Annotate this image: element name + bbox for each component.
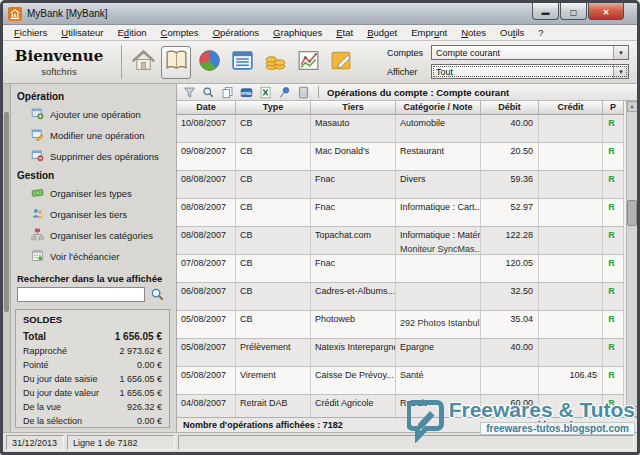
mybank-window: MyBank [MyBank] ▬ ▢ ✕ FichiersUtilisateu… bbox=[0, 0, 640, 455]
graph-button[interactable] bbox=[293, 46, 323, 79]
cell-type: CB bbox=[236, 171, 311, 199]
cell-tiers: Cadres-et-Albums... bbox=[311, 283, 396, 311]
column-header-credit[interactable]: Crédit bbox=[539, 101, 603, 114]
cell-tiers: Mac Donald's bbox=[311, 143, 396, 171]
menu-emprunt[interactable]: Emprunt bbox=[404, 27, 454, 38]
categorie-text: Automobile bbox=[400, 118, 445, 128]
soldes-label: Du jour date valeur bbox=[23, 388, 99, 398]
pin-icon[interactable] bbox=[277, 85, 291, 99]
pie-chart-button[interactable] bbox=[194, 46, 224, 79]
search-icon[interactable] bbox=[150, 287, 165, 302]
cell-date: 06/08/2007 bbox=[177, 283, 236, 311]
close-button[interactable]: ✕ bbox=[588, 3, 624, 20]
table-row[interactable]: 05/08/2007CBPhotoweb292 Photos Istanbul3… bbox=[177, 311, 624, 339]
home-button[interactable] bbox=[128, 46, 158, 79]
menu-utilisateur[interactable]: Utilisateur bbox=[54, 27, 110, 38]
money-icon bbox=[31, 185, 44, 203]
window-controls: ▬ ▢ ✕ bbox=[531, 3, 624, 20]
menu-aide[interactable]: ? bbox=[531, 27, 550, 38]
menu-fichiers[interactable]: Fichiers bbox=[7, 27, 54, 38]
menu-operations[interactable]: Opérations bbox=[206, 27, 266, 38]
minimize-button[interactable]: ▬ bbox=[532, 3, 559, 20]
menu-etat[interactable]: Etat bbox=[329, 27, 360, 38]
table-row[interactable]: 08/08/2007CBFnacDivers59.36R bbox=[177, 171, 624, 199]
table-row[interactable]: 07/08/2007CBFnac120.05R bbox=[177, 255, 624, 283]
comptes-selected-value: Compte courant bbox=[436, 48, 500, 58]
table-row[interactable]: 09/08/2007CBMac Donald'sRestaurant20.50R bbox=[177, 143, 624, 171]
cell-credit bbox=[539, 339, 603, 367]
html-export-icon[interactable]: HTML bbox=[239, 85, 253, 99]
column-header-categorie-note[interactable]: Catégorie / Note bbox=[396, 101, 481, 114]
sidebar-scrollbar[interactable] bbox=[3, 84, 11, 432]
column-header-debit[interactable]: Débit bbox=[481, 101, 539, 114]
column-header-p[interactable]: P bbox=[603, 101, 624, 114]
excel-export-icon[interactable] bbox=[258, 85, 272, 99]
soldes-label: Du jour date saisie bbox=[23, 374, 98, 384]
menu-budget[interactable]: Budget bbox=[360, 27, 404, 38]
sidebar-item-modifier-operation[interactable]: Modifier une opération bbox=[15, 125, 170, 146]
sidebar-item-ajouter-operation[interactable]: Ajouter une opération bbox=[15, 104, 170, 125]
table-scrollbar-thumb[interactable] bbox=[627, 200, 637, 226]
maximize-button[interactable]: ▢ bbox=[560, 3, 587, 20]
ledger-button[interactable] bbox=[161, 46, 191, 79]
cell-type: Retrait DAB bbox=[236, 395, 311, 417]
cell-credit bbox=[539, 283, 603, 311]
menu-graphiques[interactable]: Graphiques bbox=[266, 27, 329, 38]
sidebar-item-organiser-types[interactable]: Organiser les types bbox=[15, 183, 170, 204]
copy-icon[interactable] bbox=[220, 85, 234, 99]
calculator-icon[interactable] bbox=[296, 85, 310, 99]
comptes-select[interactable]: Compte courant ▼ bbox=[431, 45, 629, 60]
menu-notes[interactable]: Notes bbox=[454, 27, 493, 38]
delete-operation-icon bbox=[31, 148, 44, 166]
cell-type: Prélèvement bbox=[236, 339, 311, 367]
soldes-value: 926.32 € bbox=[127, 402, 162, 412]
sidebar-item-organiser-categories[interactable]: Organiser les catégories bbox=[15, 225, 170, 246]
sidebar-item-voir-echeancier[interactable]: Voir l'échéancier bbox=[15, 246, 170, 267]
sidebar-item-label: Ajouter une opération bbox=[50, 109, 141, 120]
table-row[interactable]: 05/08/2007VirementCaisse De Prévoy...San… bbox=[177, 367, 624, 395]
menu-outils[interactable]: Outils bbox=[493, 27, 531, 38]
cell-type: CB bbox=[236, 227, 311, 255]
report-button[interactable] bbox=[227, 46, 257, 79]
categorie-text: Divers bbox=[400, 174, 426, 184]
scroll-up-icon[interactable]: ▲ bbox=[627, 101, 638, 112]
table-scrollbar-track[interactable] bbox=[627, 112, 637, 406]
search-input[interactable] bbox=[17, 287, 145, 302]
sidebar-item-supprimer-operations[interactable]: Supprimer des opérations bbox=[15, 146, 170, 167]
coins-button[interactable] bbox=[260, 46, 290, 79]
notes-button[interactable] bbox=[326, 46, 356, 79]
table-row[interactable]: 05/08/2007PrélèvementNatexis Interepargn… bbox=[177, 339, 624, 367]
table-row[interactable]: 10/08/2007CBMasautoAutomobile40.00R bbox=[177, 115, 624, 143]
people-icon bbox=[31, 206, 44, 224]
afficher-select[interactable]: Tout ▼ bbox=[431, 64, 629, 79]
table-row[interactable]: 08/08/2007CBTopachat.comInformatique : M… bbox=[177, 227, 624, 255]
categorie-text: Santé bbox=[400, 370, 424, 380]
filter-icon[interactable] bbox=[182, 85, 196, 99]
table-scrollbar[interactable]: ▲ ▼ bbox=[626, 101, 637, 417]
search-icon[interactable] bbox=[201, 85, 215, 99]
cell-pointage: R bbox=[603, 115, 624, 143]
categorie-text: Informatique : Cart... bbox=[400, 202, 481, 212]
soldes-value: 1 656.05 € bbox=[119, 388, 162, 398]
column-header-type[interactable]: Type bbox=[236, 101, 311, 114]
cell-type: CB bbox=[236, 115, 311, 143]
status-date: 31/12/2013 bbox=[6, 435, 64, 450]
table-row[interactable]: 06/08/2007CBCadres-et-Albums...32.50R bbox=[177, 283, 624, 311]
sidebar-item-organiser-tiers[interactable]: Organiser les tiers bbox=[15, 204, 170, 225]
cell-debit: 120.05 bbox=[481, 255, 539, 283]
sidebar-scrollbar-thumb[interactable] bbox=[4, 112, 9, 312]
soldes-label: Rapproché bbox=[23, 346, 67, 356]
menu-edition[interactable]: Edition bbox=[111, 27, 154, 38]
note-text: Moniteur SyncMas... bbox=[400, 244, 477, 254]
soldes-row: De la vue926.32 € bbox=[23, 400, 162, 414]
column-header-tiers[interactable]: Tiers bbox=[311, 101, 396, 114]
status-line-indicator: Ligne 1 de 7182 bbox=[67, 435, 175, 450]
menubar: FichiersUtilisateurEditionComptesOpérati… bbox=[3, 25, 637, 41]
categorie-text: Informatique : Matérie bbox=[400, 230, 481, 240]
soldes-value: 0.00 € bbox=[137, 416, 162, 426]
table-row[interactable]: 08/08/2007CBFnacInformatique : Cart...52… bbox=[177, 199, 624, 227]
menu-comptes[interactable]: Comptes bbox=[154, 27, 206, 38]
soldes-value: 0.00 € bbox=[137, 360, 162, 370]
column-header-date[interactable]: Date bbox=[177, 101, 236, 114]
cell-pointage: R bbox=[603, 227, 624, 255]
